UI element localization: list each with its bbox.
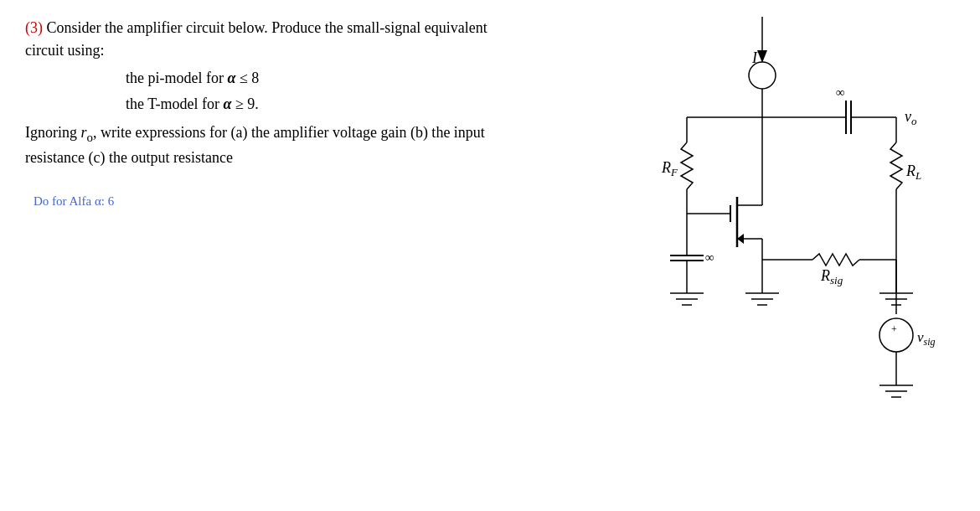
rl-label: RL	[905, 163, 921, 182]
problem-text-area: (3) Consider the amplifier circuit below…	[25, 17, 511, 209]
alpha2: α	[223, 95, 231, 112]
alpha-note: Do for Alfa α: 6	[34, 194, 511, 209]
rsig-label: Rsig	[820, 267, 843, 286]
t-model-item: the T-model for α ≥ 9.	[126, 91, 511, 117]
alpha1: α	[227, 70, 235, 86]
circuit-diagram: I ∞ vo RL RF	[570, 8, 955, 503]
vsig-label: vsig	[917, 329, 936, 348]
problem-statement: (3) Consider the amplifier circuit below…	[25, 17, 511, 62]
ro-symbol: ro	[81, 124, 94, 141]
problem-number: (3)	[25, 19, 43, 36]
pi-model-item: the pi-model for α ≤ 8	[126, 65, 511, 91]
model-list: the pi-model for α ≤ 8 the T-model for α…	[126, 65, 511, 116]
svg-marker-1	[757, 50, 767, 63]
expressions-request: Ignoring ro, write expressions for (a) t…	[25, 121, 511, 169]
current-label: I	[751, 49, 758, 66]
svg-text:+: +	[891, 323, 897, 335]
vo-label: vo	[905, 108, 917, 127]
inf2-label: ∞	[705, 250, 714, 264]
problem-intro: Consider the amplifier circuit below. Pr…	[25, 19, 487, 59]
rf-label: RF	[661, 159, 678, 178]
inf1-label: ∞	[836, 85, 845, 99]
